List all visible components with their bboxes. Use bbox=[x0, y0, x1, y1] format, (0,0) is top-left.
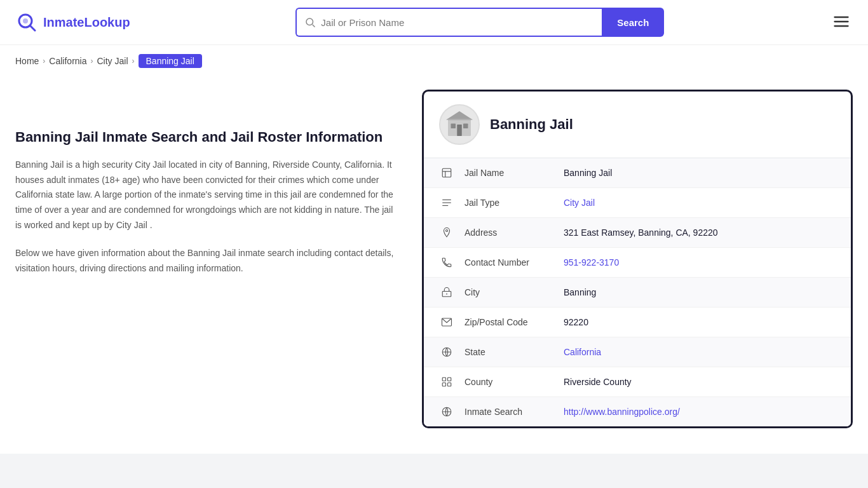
info-card: Banning Jail Jail Name Banning Jail Jail… bbox=[422, 90, 853, 428]
table-row: Zip/Postal Code 92220 bbox=[424, 308, 851, 337]
svg-rect-28 bbox=[448, 383, 451, 386]
svg-line-4 bbox=[313, 25, 315, 27]
search-icon bbox=[304, 17, 316, 28]
table-row: County Riverside County bbox=[424, 367, 851, 397]
search-input[interactable] bbox=[321, 17, 594, 28]
svg-point-2 bbox=[23, 18, 28, 24]
svg-rect-25 bbox=[442, 377, 445, 381]
logo[interactable]: InmateLookup bbox=[15, 11, 130, 34]
search-bar: Search bbox=[295, 8, 664, 37]
svg-rect-11 bbox=[463, 124, 468, 129]
table-row: Jail Name Banning Jail bbox=[424, 158, 851, 188]
page-description-1: Banning Jail is a high security City Jai… bbox=[15, 158, 397, 233]
breadcrumb-type[interactable]: City Jail bbox=[97, 56, 128, 66]
hamburger-icon bbox=[832, 13, 850, 30]
breadcrumb-sep-2: › bbox=[91, 57, 93, 65]
row-value-zip: 92220 bbox=[564, 317, 836, 327]
row-label-zip: Zip/Postal Code bbox=[465, 317, 553, 327]
breadcrumb-sep-1: › bbox=[43, 57, 45, 65]
row-label-jail-name: Jail Name bbox=[465, 168, 553, 178]
logo-text: InmateLookup bbox=[43, 15, 130, 30]
row-label-state: State bbox=[465, 347, 553, 357]
table-row: City Banning bbox=[424, 278, 851, 308]
row-value-address: 321 East Ramsey, Banning, CA, 92220 bbox=[564, 227, 836, 238]
row-label-jail-type: Jail Type bbox=[465, 198, 553, 208]
svg-point-20 bbox=[446, 230, 448, 232]
county-icon bbox=[439, 376, 454, 388]
row-value-contact: 951-922-3170 bbox=[564, 257, 836, 268]
state-link[interactable]: California bbox=[564, 347, 601, 357]
row-label-city: City bbox=[465, 287, 553, 297]
city-icon bbox=[439, 287, 454, 298]
breadcrumb-sep-3: › bbox=[132, 57, 135, 65]
footer bbox=[0, 454, 868, 488]
inmate-search-link[interactable]: http://www.banningpolice.org/ bbox=[564, 407, 680, 417]
type-icon bbox=[439, 197, 454, 208]
row-label-county: County bbox=[465, 377, 553, 387]
table-row: Contact Number 951-922-3170 bbox=[424, 248, 851, 278]
breadcrumb-state[interactable]: California bbox=[49, 56, 86, 66]
inmate-search-icon bbox=[439, 406, 454, 417]
breadcrumb-current: Banning Jail bbox=[139, 54, 202, 68]
jail-icon bbox=[439, 167, 454, 179]
globe-icon bbox=[439, 346, 454, 358]
search-input-wrap bbox=[295, 8, 602, 37]
breadcrumb-home[interactable]: Home bbox=[15, 56, 39, 66]
row-value-jail-name: Banning Jail bbox=[564, 168, 836, 178]
svg-rect-12 bbox=[457, 125, 462, 136]
header: InmateLookup Search bbox=[0, 0, 868, 45]
table-row: Jail Type City Jail bbox=[424, 188, 851, 218]
svg-rect-27 bbox=[442, 383, 445, 386]
breadcrumb: Home › California › City Jail › Banning … bbox=[0, 45, 868, 77]
page-description-2: Below we have given information about th… bbox=[15, 246, 397, 276]
left-content: Banning Jail Inmate Search and Jail Rost… bbox=[15, 90, 422, 428]
phone-icon bbox=[439, 257, 454, 268]
table-row: Address 321 East Ramsey, Banning, CA, 92… bbox=[424, 218, 851, 248]
building-icon bbox=[444, 109, 475, 140]
avatar bbox=[439, 104, 480, 145]
row-value-jail-type: City Jail bbox=[564, 198, 836, 208]
svg-rect-14 bbox=[442, 168, 451, 177]
svg-line-1 bbox=[30, 25, 35, 30]
jail-type-link[interactable]: City Jail bbox=[564, 198, 595, 208]
svg-rect-13 bbox=[448, 119, 471, 120]
table-row: Inmate Search http://www.banningpolice.o… bbox=[424, 397, 851, 426]
row-label-address: Address bbox=[465, 227, 553, 238]
menu-button[interactable] bbox=[830, 10, 853, 35]
logo-icon bbox=[15, 11, 38, 34]
row-label-contact: Contact Number bbox=[465, 257, 553, 268]
phone-link[interactable]: 951-922-3170 bbox=[564, 257, 619, 268]
search-button[interactable]: Search bbox=[602, 8, 664, 37]
table-row: State California bbox=[424, 337, 851, 367]
row-value-county: Riverside County bbox=[564, 377, 836, 387]
row-value-city: Banning bbox=[564, 287, 836, 297]
location-icon bbox=[439, 227, 454, 238]
zip-icon bbox=[439, 316, 454, 328]
row-value-inmate-search: http://www.banningpolice.org/ bbox=[564, 407, 836, 417]
card-header: Banning Jail bbox=[424, 92, 851, 158]
main-content: Banning Jail Inmate Search and Jail Rost… bbox=[0, 77, 868, 454]
card-title: Banning Jail bbox=[490, 116, 573, 133]
svg-rect-26 bbox=[448, 377, 451, 381]
svg-rect-10 bbox=[451, 124, 456, 129]
row-label-inmate-search: Inmate Search bbox=[465, 407, 553, 417]
page-title: Banning Jail Inmate Search and Jail Rost… bbox=[15, 128, 397, 147]
svg-marker-9 bbox=[446, 111, 473, 120]
row-value-state: California bbox=[564, 347, 836, 357]
svg-point-3 bbox=[306, 18, 313, 25]
